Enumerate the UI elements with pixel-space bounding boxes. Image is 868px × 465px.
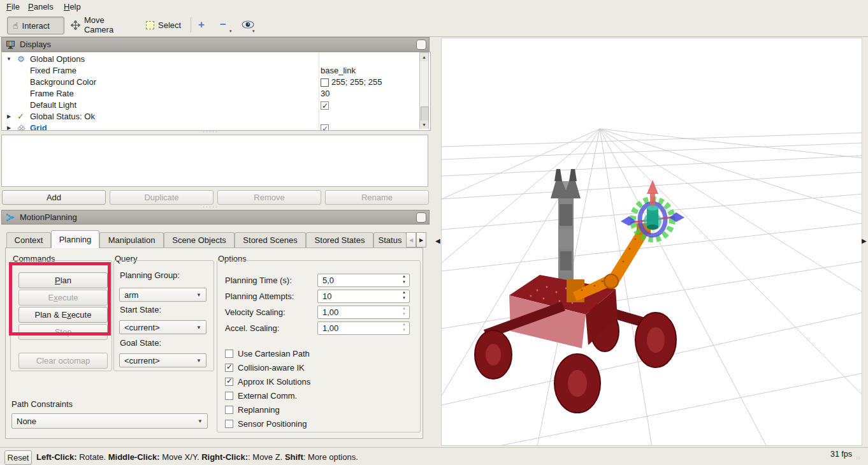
- add-display-button[interactable]: Add: [2, 190, 106, 205]
- sensor-positioning-checkbox[interactable]: Sensor Positioning: [225, 419, 307, 429]
- expand-triangle-icon[interactable]: ▶: [4, 122, 13, 131]
- collision-aware-ik-checkbox[interactable]: Collision-aware IK: [225, 363, 305, 373]
- background-color-value[interactable]: 255; 255; 255: [321, 77, 382, 88]
- spin-down-icon[interactable]: ▼: [400, 296, 408, 302]
- clear-octomap-button[interactable]: Clear octomap: [18, 353, 108, 369]
- spin-up-icon[interactable]: ▲: [400, 274, 408, 280]
- use-cartesian-path-checkbox[interactable]: Use Cartesian Path: [225, 349, 310, 358]
- floor-grid: [442, 129, 862, 446]
- checkbox-checked-icon: [225, 364, 233, 372]
- checkbox-icon: [225, 350, 233, 358]
- fixed-frame-value[interactable]: base_link: [321, 65, 356, 77]
- dropdown-caret-icon[interactable]: ▾: [229, 29, 232, 34]
- displays-monitor-icon: [6, 40, 15, 49]
- splitter-handle[interactable]: ·····: [203, 203, 219, 210]
- rviz-window: File Panels Help ☝ Interact Move Camera …: [0, 0, 868, 465]
- checkbox-icon: [225, 406, 233, 414]
- splitter-handle[interactable]: ·····: [203, 128, 219, 135]
- tree-row-background-color[interactable]: Background Color 255; 255; 255: [2, 77, 430, 88]
- chevron-down-icon: ▼: [196, 358, 201, 364]
- menu-file[interactable]: File: [3, 1, 24, 12]
- displays-scrollbar[interactable]: ▲ ▼: [419, 52, 429, 129]
- menu-help[interactable]: Help: [60, 1, 85, 12]
- path-constraints-label: Path Constraints: [11, 399, 73, 409]
- scene-3d: [442, 38, 862, 446]
- move-camera-icon: [71, 20, 80, 30]
- replanning-checkbox[interactable]: Replanning: [225, 405, 280, 415]
- tree-row-fixed-frame[interactable]: Fixed Frame base_link: [2, 65, 430, 77]
- spin-up-icon[interactable]: ▲: [400, 290, 408, 296]
- scroll-down-icon[interactable]: ▼: [420, 121, 428, 129]
- velocity-scaling-spinbox[interactable]: 1,00▲▼: [317, 306, 410, 319]
- tab-scroll-right-icon[interactable]: ▶: [416, 232, 426, 247]
- spin-down-icon[interactable]: ▼: [400, 328, 408, 334]
- chevron-down-icon: ▼: [196, 292, 201, 298]
- accel-scaling-label: Accel. Scaling:: [225, 323, 279, 333]
- accel-scaling-spinbox[interactable]: 1,00▲▼: [317, 321, 410, 335]
- tree-row-frame-rate[interactable]: Frame Rate 30: [2, 88, 430, 100]
- motion-planning-panel-header[interactable]: MotionPlanning: [1, 210, 430, 225]
- external-comm-checkbox[interactable]: External Comm.: [225, 391, 297, 401]
- zoom-in-icon[interactable]: +: [198, 18, 205, 31]
- resize-grip[interactable]: ∷: [857, 455, 860, 461]
- duplicate-display-button[interactable]: Duplicate: [110, 190, 213, 205]
- panel-header-button[interactable]: [416, 212, 426, 223]
- chevron-down-icon: ▼: [196, 325, 201, 330]
- planning-time-spinbox[interactable]: 5,0▲▼: [317, 274, 410, 287]
- tree-row-default-light[interactable]: Default Light: [2, 100, 430, 111]
- start-state-label: Start State:: [120, 305, 161, 314]
- select-box-icon: [146, 21, 154, 29]
- spin-down-icon[interactable]: ▼: [400, 312, 408, 318]
- collapse-triangle-icon[interactable]: ▼: [4, 54, 13, 65]
- mouse-hint-text: Left-Click: Rotate. Middle-Click: Move X…: [36, 452, 358, 462]
- move-camera-tool-button[interactable]: Move Camera: [66, 17, 141, 33]
- tab-context[interactable]: Context: [6, 232, 51, 247]
- planning-group-select[interactable]: arm▼: [119, 288, 206, 302]
- rename-display-button[interactable]: Rename: [325, 190, 429, 205]
- checkbox-checked-icon: [321, 101, 329, 110]
- status-bar: Reset Left-Click: Rotate. Middle-Click: …: [0, 447, 868, 465]
- goal-state-label: Goal State:: [120, 338, 161, 348]
- dropdown-caret-icon[interactable]: ▾: [252, 29, 255, 34]
- select-tool-button[interactable]: Select: [141, 17, 191, 33]
- zoom-out-icon[interactable]: −: [220, 18, 226, 31]
- eye-icon[interactable]: [242, 20, 254, 29]
- tab-planning[interactable]: Planning: [51, 230, 99, 248]
- start-state-select[interactable]: <current>▼: [119, 320, 206, 334]
- fps-counter: 31 fps: [830, 450, 852, 459]
- scroll-up-icon[interactable]: ▲: [420, 53, 428, 61]
- grid-checkbox[interactable]: [321, 122, 329, 131]
- reset-button[interactable]: Reset: [4, 450, 32, 465]
- menu-panels[interactable]: Panels: [24, 1, 57, 12]
- tree-row-global-options[interactable]: ▼ ⚙ Global Options: [2, 54, 430, 65]
- tab-stored-scenes[interactable]: Stored Scenes: [235, 232, 306, 247]
- goal-state-select[interactable]: <current>▼: [119, 353, 206, 367]
- render-viewport[interactable]: [441, 38, 862, 446]
- tab-manipulation[interactable]: Manipulation: [99, 232, 164, 247]
- frame-rate-value[interactable]: 30: [321, 88, 329, 100]
- panel-collapse-left-icon[interactable]: ◀: [435, 237, 440, 244]
- motion-planning-icon: [6, 213, 15, 222]
- toolbar-separator: [191, 17, 191, 33]
- spin-up-icon[interactable]: ▲: [400, 306, 408, 312]
- spin-up-icon[interactable]: ▲: [400, 322, 408, 328]
- remove-display-button[interactable]: Remove: [217, 190, 321, 205]
- panel-collapse-right-icon[interactable]: ▶: [862, 237, 867, 244]
- highlight-rectangle: [9, 262, 111, 336]
- expand-triangle-icon[interactable]: ▶: [4, 111, 13, 122]
- planning-attempts-spinbox[interactable]: 10▲▼: [317, 290, 410, 303]
- interact-tool-button[interactable]: ☝ Interact: [7, 17, 64, 34]
- panel-header-button[interactable]: [416, 40, 426, 50]
- spin-down-icon[interactable]: ▼: [400, 280, 408, 286]
- default-light-checkbox[interactable]: [321, 100, 329, 111]
- tab-status[interactable]: Status: [373, 232, 407, 247]
- tab-scroll-left-icon[interactable]: ◀: [406, 232, 416, 247]
- status-ok-check-icon: ✓: [17, 111, 24, 122]
- tab-scene-objects[interactable]: Scene Objects: [164, 232, 235, 247]
- tab-stored-states[interactable]: Stored States: [306, 232, 373, 247]
- path-constraints-select[interactable]: None▼: [11, 413, 208, 429]
- motion-planning-panel-title: MotionPlanning: [20, 212, 77, 222]
- tree-row-global-status[interactable]: ▶ ✓ Global Status: Ok: [2, 111, 430, 122]
- displays-panel-header[interactable]: Displays: [1, 37, 430, 52]
- approx-ik-solutions-checkbox[interactable]: Approx IK Solutions: [225, 377, 310, 387]
